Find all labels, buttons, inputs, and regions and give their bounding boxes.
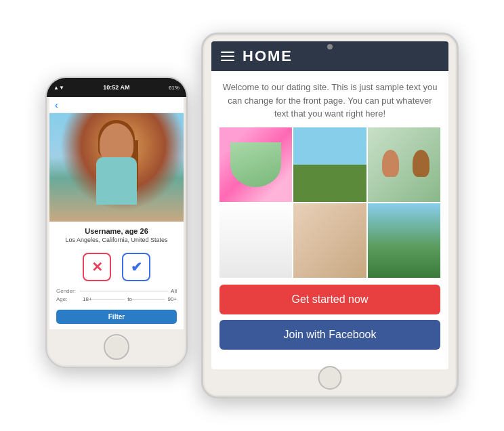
phone-time: 10:52 AM bbox=[103, 84, 129, 91]
phone-status-bar: ▲▼ 10:52 AM 61% bbox=[47, 78, 186, 97]
photo-couple-yellow bbox=[368, 127, 440, 202]
profile-image bbox=[49, 113, 184, 222]
person-body bbox=[96, 157, 137, 205]
age-max-value: 90+ bbox=[167, 296, 177, 302]
filter-button[interactable]: Filter bbox=[56, 310, 177, 324]
phone-action-buttons: ✕ ✔ bbox=[49, 249, 184, 285]
profile-info: Username, age 26 Los Angeles, California… bbox=[49, 222, 184, 249]
phone-status-left: ▲▼ bbox=[54, 85, 64, 91]
reject-icon: ✕ bbox=[91, 259, 103, 275]
reject-button[interactable]: ✕ bbox=[83, 253, 111, 281]
get-started-button[interactable]: Get started now bbox=[219, 285, 440, 314]
phone-home-button[interactable] bbox=[104, 334, 129, 360]
age-filter-row: Age: 18+ to 90+ bbox=[56, 296, 177, 302]
phone-nav-bar: ‹ bbox=[49, 97, 184, 113]
hamburger-line-1 bbox=[221, 52, 234, 53]
photo-kiss bbox=[293, 203, 366, 278]
phone-device: ▲▼ 10:52 AM 61% ‹ bbox=[45, 77, 188, 368]
page-title: HOME bbox=[243, 47, 293, 65]
hamburger-line-3 bbox=[221, 60, 234, 61]
phone-battery: 61% bbox=[169, 85, 180, 91]
profile-location: Los Angeles, California, United States bbox=[55, 237, 178, 243]
gender-filter-label: Gender: bbox=[56, 288, 80, 294]
age-to-label: to bbox=[127, 296, 132, 302]
phone-frame: ▲▼ 10:52 AM 61% ‹ bbox=[45, 77, 188, 368]
age-filter-line-2 bbox=[132, 299, 165, 300]
scene: ▲▼ 10:52 AM 61% ‹ bbox=[0, 0, 504, 431]
tablet-home-button[interactable] bbox=[318, 366, 342, 390]
tablet-frame: HOME Welcome to our dating site. This is… bbox=[201, 33, 459, 398]
tablet-screen: HOME Welcome to our dating site. This is… bbox=[211, 41, 448, 369]
gender-filter-line bbox=[80, 291, 168, 291]
photo-grass bbox=[368, 203, 440, 278]
photo-flower bbox=[219, 127, 292, 202]
signal-icon: ▲▼ bbox=[54, 85, 64, 91]
photo-bench bbox=[293, 127, 366, 202]
phone-screen: ‹ Username, age 26 Los Angeles, Califor bbox=[49, 97, 184, 329]
photo-grid bbox=[219, 127, 440, 278]
age-filter-line bbox=[92, 299, 125, 300]
person-silhouette bbox=[89, 120, 144, 222]
welcome-text: Welcome to our dating site. This is just… bbox=[211, 71, 448, 127]
profile-username: Username, age 26 bbox=[55, 227, 178, 235]
gender-filter-row: Gender: All bbox=[56, 288, 177, 294]
join-facebook-button[interactable]: Join with Facebook bbox=[219, 320, 440, 350]
cta-section: Get started now Join with Facebook bbox=[211, 278, 448, 356]
accept-button[interactable]: ✔ bbox=[122, 253, 150, 281]
age-filter-label: Age: bbox=[56, 296, 80, 302]
phone-filters: Gender: All Age: 18+ to 90+ bbox=[49, 285, 184, 307]
hamburger-line-2 bbox=[221, 56, 234, 57]
photo-smile bbox=[219, 203, 292, 278]
back-arrow-icon[interactable]: ‹ bbox=[55, 100, 58, 110]
gender-filter-value: All bbox=[171, 288, 177, 294]
tablet-camera bbox=[327, 44, 333, 49]
hamburger-menu-button[interactable] bbox=[221, 52, 234, 61]
age-min-value: 18+ bbox=[83, 296, 92, 302]
tablet-device: HOME Welcome to our dating site. This is… bbox=[201, 33, 459, 398]
accept-icon: ✔ bbox=[131, 259, 142, 275]
